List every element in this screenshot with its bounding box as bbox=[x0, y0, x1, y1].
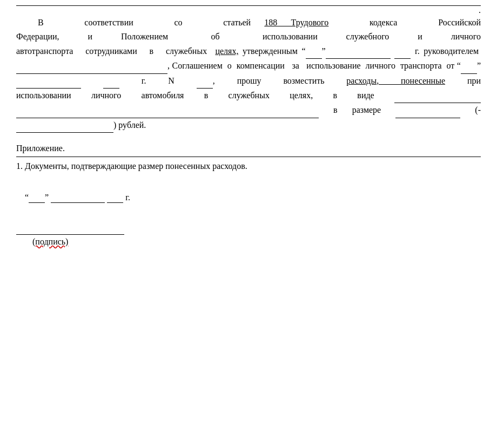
signature-label: (подпись) bbox=[32, 237, 481, 247]
blank-sign-month bbox=[51, 193, 105, 203]
blank-n bbox=[197, 74, 213, 89]
blank-sign-year bbox=[107, 193, 123, 203]
tselyakh-underline: целях, bbox=[215, 46, 238, 56]
blank-vid bbox=[394, 89, 481, 103]
blank-year-2 bbox=[103, 74, 119, 89]
appendix-item-1-text: 1. Документы, подтверждающие размер поне… bbox=[16, 161, 247, 171]
blank-month-1 bbox=[326, 44, 391, 59]
blank-amount-words bbox=[16, 118, 113, 133]
signature-line-wrapper bbox=[16, 225, 481, 235]
indent-space bbox=[16, 16, 38, 30]
signature-blank-line bbox=[16, 225, 124, 235]
top-divider bbox=[16, 5, 481, 6]
blank-year-1 bbox=[394, 44, 411, 59]
appendix-item-1: 1. Документы, подтверждающие размер поне… bbox=[16, 157, 481, 171]
appendix-title: Приложение. bbox=[16, 144, 481, 153]
main-paragraph: В соответствии со статьей 188 Трудового … bbox=[16, 16, 481, 133]
blank-day-2 bbox=[461, 59, 477, 73]
signature-label-text: (подпись) bbox=[32, 237, 68, 246]
appendix-title-text: Приложение. bbox=[16, 144, 65, 153]
signature-section: (подпись) bbox=[16, 225, 481, 247]
blank-description bbox=[16, 103, 319, 118]
blank-day-1 bbox=[306, 44, 322, 59]
rashody-underline: расходы, понесенные bbox=[346, 76, 445, 85]
appendix-section: Приложение. 1. Документы, подтверждающие… bbox=[16, 144, 481, 171]
main-text-block: В соответствии со статьей 188 Трудового … bbox=[16, 16, 481, 133]
page: В соответствии со статьей 188 Трудового … bbox=[0, 0, 497, 448]
date-line: “ ” г. bbox=[16, 193, 481, 203]
blank-month-2 bbox=[16, 74, 81, 89]
blank-amount-num bbox=[395, 103, 460, 118]
blank-sign-day bbox=[29, 193, 45, 203]
article-number: 188 Трудового bbox=[264, 18, 328, 27]
blank-director bbox=[16, 59, 167, 73]
